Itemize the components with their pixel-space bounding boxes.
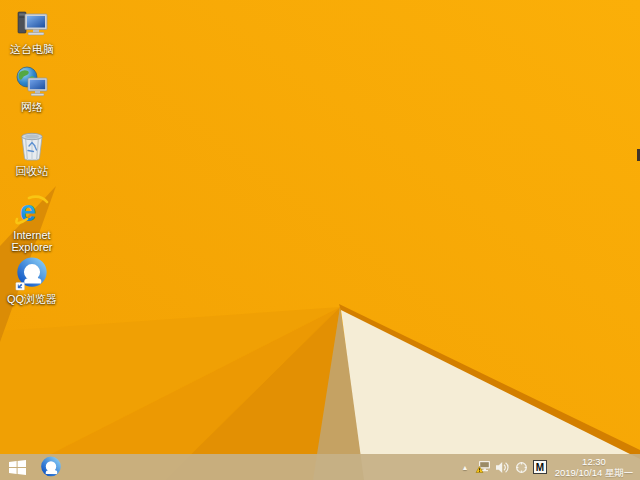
ime-letter: M — [536, 462, 544, 473]
taskbar-clock[interactable]: 12:30 2019/10/14 星期一 — [552, 456, 638, 478]
network-icon — [14, 64, 50, 100]
clock-time: 12:30 — [552, 456, 636, 467]
desktop-icon-label: 回收站 — [16, 165, 49, 177]
this-pc-icon — [14, 6, 50, 42]
desktop-icon-internet-explorer[interactable]: e Internet Explorer — [0, 192, 64, 253]
clock-date: 2019/10/14 星期一 — [552, 467, 636, 478]
show-hidden-icons-button[interactable]: ▲ — [460, 454, 470, 480]
target-circle-icon — [515, 461, 528, 474]
internet-explorer-icon: e — [14, 192, 50, 228]
desktop-icon-label: 网络 — [21, 101, 43, 113]
start-button[interactable] — [2, 454, 32, 480]
windows-logo-icon — [9, 460, 26, 475]
desktop-icon-label: QQ浏览器 — [7, 293, 57, 305]
desktop-icon-network[interactable]: 网络 — [0, 64, 64, 113]
desktop-icon-recycle-bin[interactable]: 回收站 — [0, 128, 64, 177]
wallpaper — [0, 0, 640, 480]
system-tray: ▲ — [460, 454, 638, 480]
qq-browser-icon — [40, 456, 62, 478]
desktop-icon-label: 这台电脑 — [10, 43, 54, 55]
taskbar: ▲ — [0, 454, 640, 480]
volume-button[interactable] — [496, 454, 510, 480]
desktop-icon-label: Internet Explorer — [2, 229, 62, 253]
tray-utility-button[interactable] — [515, 454, 528, 480]
taskbar-qq-browser-button[interactable] — [36, 454, 66, 480]
recycle-bin-icon — [14, 128, 50, 164]
chevron-up-icon: ▲ — [462, 464, 469, 471]
desktop-icon-this-pc[interactable]: 这台电脑 — [0, 6, 64, 55]
speaker-icon — [496, 461, 510, 474]
network-warning-icon — [475, 460, 491, 474]
qq-browser-icon — [14, 256, 50, 292]
desktop-surface[interactable]: 这台电脑 — [0, 0, 640, 480]
desktop-icon-qq-browser[interactable]: QQ浏览器 — [0, 256, 64, 305]
ime-indicator[interactable]: M — [533, 460, 547, 474]
network-status-button[interactable] — [475, 454, 491, 480]
